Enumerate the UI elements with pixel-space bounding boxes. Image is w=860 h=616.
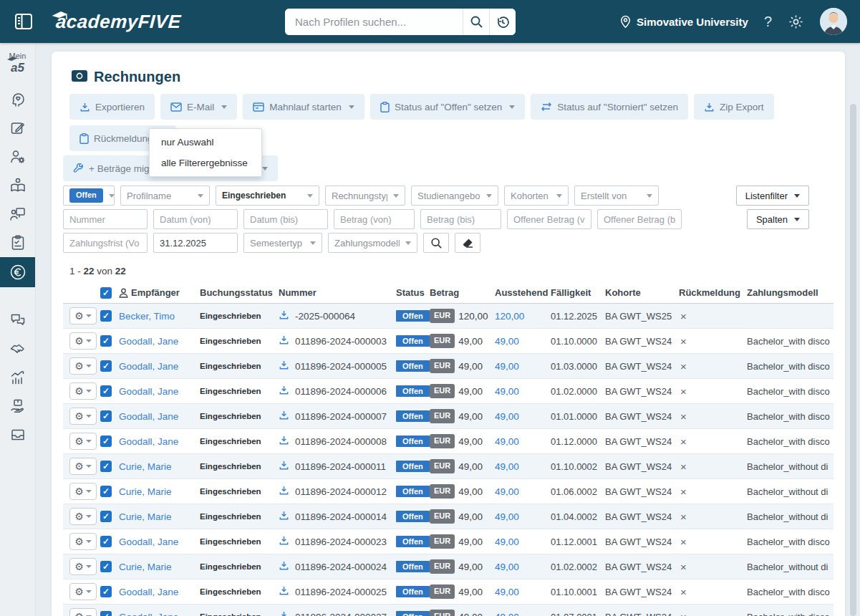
download-invoice-icon[interactable] [279,385,289,398]
open-amount-to-filter-input[interactable] [597,209,682,229]
download-invoice-icon[interactable] [279,510,289,523]
sidebar-item-tasks[interactable] [0,228,35,257]
sidebar-toggle-icon[interactable] [13,11,34,32]
email-button[interactable]: E-Mail [160,94,237,120]
download-invoice-icon[interactable] [279,610,289,616]
row-checkbox[interactable]: ✓ [100,385,112,397]
export-button[interactable]: Exportieren [69,94,155,120]
remove-feedback-button[interactable]: × [679,385,688,398]
sidebar-item-finances[interactable] [0,257,35,287]
row-checkbox[interactable]: ✓ [100,536,112,547]
row-actions-button[interactable]: ⚙ [69,533,97,550]
outstanding-amount-link[interactable]: 49,00 [495,536,519,547]
recipient-link[interactable]: Goodall, Jane [119,411,178,422]
settings-button[interactable] [788,14,804,30]
select-all-checkbox[interactable]: ✓ [100,287,112,299]
university-selector[interactable]: Simovative University [620,15,748,29]
recipient-link[interactable]: Curie, Marie [119,511,172,522]
outstanding-amount-link[interactable]: 49,00 [495,361,519,372]
search-button[interactable] [463,9,489,35]
recipient-link[interactable]: Curie, Marie [119,461,172,472]
download-invoice-icon[interactable] [279,360,289,372]
row-actions-button[interactable]: ⚙ [69,382,97,400]
download-invoice-icon[interactable] [279,535,289,548]
menu-item-all-filter-results[interactable]: alle Filterergebnisse [150,153,261,173]
outstanding-amount-link[interactable]: 49,00 [495,411,519,422]
row-actions-button[interactable]: ⚙ [69,558,97,575]
row-actions-button[interactable]: ⚙ [69,307,97,324]
row-checkbox[interactable]: ✓ [100,335,112,347]
outstanding-amount-link[interactable]: 49,00 [495,511,519,522]
menu-item-only-selection[interactable]: nur Auswahl [150,132,261,153]
payment-deadline-to-filter-input[interactable] [153,233,238,253]
outstanding-amount-link[interactable]: 49,00 [495,486,519,497]
study-offers-filter[interactable]: Studienangebote [411,186,498,206]
set-status-cancelled-button[interactable]: Status auf "Storniert" setzen [531,94,688,120]
recipient-link[interactable]: Goodall, Jane [119,336,178,347]
apply-filter-search-button[interactable] [423,233,449,253]
app-logo[interactable]: academyFIVE [55,11,182,33]
sidebar-item-edit[interactable] [0,114,35,143]
sidebar-item-person-settings[interactable] [0,143,35,171]
remove-feedback-button[interactable]: × [679,561,688,573]
recipient-link[interactable]: Becker, Timo [119,311,175,322]
recipient-link[interactable]: Goodall, Jane [119,612,178,616]
sidebar-item-inbox[interactable] [0,420,35,449]
dunning-run-button[interactable]: Mahnlauf starten [243,94,364,120]
payment-model-filter[interactable]: Zahlungsmodell [328,233,417,253]
download-invoice-icon[interactable] [279,435,289,448]
user-avatar[interactable] [820,8,847,35]
row-actions-button[interactable]: ⚙ [69,357,97,375]
zip-export-button[interactable]: Zip Export [694,94,774,120]
remove-feedback-button[interactable]: × [679,511,688,523]
recipient-link[interactable]: Curie, Marie [119,486,172,497]
row-checkbox[interactable]: ✓ [100,310,112,322]
amount-from-filter-input[interactable] [334,209,415,229]
row-actions-button[interactable]: ⚙ [69,433,97,450]
recipient-link[interactable]: Goodall, Jane [119,536,178,547]
recipient-link[interactable]: Goodall, Jane [119,587,178,597]
created-by-filter[interactable]: Erstellt von [574,186,659,206]
download-invoice-icon[interactable] [279,309,289,322]
clear-filters-button[interactable] [455,233,480,253]
sidebar-item-statistics[interactable] [0,363,35,392]
remove-feedback-button[interactable]: × [679,435,688,448]
download-invoice-icon[interactable] [279,485,289,498]
row-checkbox[interactable]: ✓ [100,561,112,572]
sidebar-item-partners[interactable] [0,335,35,363]
remove-feedback-button[interactable]: × [679,310,688,322]
open-amount-from-filter-input[interactable] [507,209,591,229]
download-invoice-icon[interactable] [279,460,289,473]
cohorts-filter[interactable]: Kohorten [504,186,569,206]
date-from-filter-input[interactable] [153,209,238,229]
search-history-button[interactable] [489,9,516,35]
row-checkbox[interactable]: ✓ [100,511,112,522]
outstanding-amount-link[interactable]: 49,00 [495,386,519,397]
vertical-scrollbar[interactable] [850,104,856,616]
recipient-link[interactable]: Curie, Marie [119,562,172,572]
download-invoice-icon[interactable] [279,410,289,423]
sidebar-item-messages[interactable] [0,306,35,335]
recipient-link[interactable]: Goodall, Jane [119,386,178,397]
payment-deadline-from-filter-input[interactable] [63,233,148,253]
download-invoice-icon[interactable] [279,585,289,598]
download-invoice-icon[interactable] [279,335,289,347]
row-checkbox[interactable]: ✓ [100,586,112,597]
list-filter-button[interactable]: Listenfilter [736,186,809,206]
row-actions-button[interactable]: ⚙ [69,508,97,525]
remove-feedback-button[interactable]: × [679,486,688,498]
row-checkbox[interactable]: ✓ [100,461,112,472]
date-to-filter-input[interactable] [243,209,328,229]
remove-feedback-button[interactable]: × [679,360,688,372]
row-actions-button[interactable]: ⚙ [69,332,97,350]
outstanding-amount-link[interactable]: 49,00 [495,612,519,616]
row-checkbox[interactable]: ✓ [100,410,112,422]
remove-feedback-button[interactable]: × [679,611,688,616]
outstanding-amount-link[interactable]: 49,00 [495,461,519,472]
remove-feedback-button[interactable]: × [679,335,688,347]
remove-feedback-button[interactable]: × [679,536,688,548]
row-checkbox[interactable]: ✓ [100,435,112,447]
remove-feedback-button[interactable]: × [679,410,688,423]
sidebar-item-services[interactable] [0,392,35,420]
sidebar-item-teaching[interactable] [0,200,35,228]
